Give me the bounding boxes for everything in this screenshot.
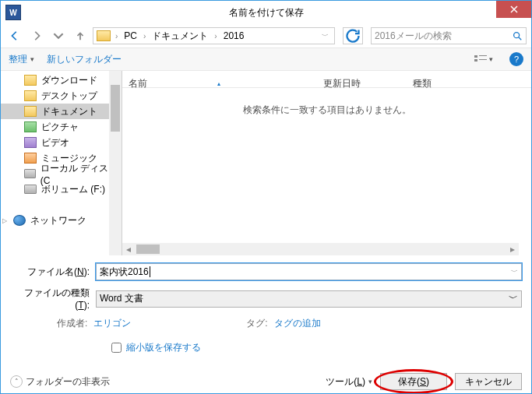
- search-placeholder: 2016メールの検索: [375, 30, 512, 43]
- thumbnail-checkbox-label[interactable]: 縮小版を保存する: [111, 341, 522, 354]
- help-button[interactable]: ?: [509, 52, 523, 66]
- tree-desktop[interactable]: デスクトップ: [1, 88, 122, 104]
- folder-icon: [97, 30, 111, 41]
- tree-documents[interactable]: ドキュメント: [1, 104, 122, 119]
- breadcrumb-dropdown[interactable]: ﹀: [319, 31, 331, 41]
- tree-scrollbar[interactable]: [109, 71, 122, 255]
- search-icon: [512, 30, 523, 41]
- tree-localdisk[interactable]: ローカル ディスク (C: [1, 166, 122, 181]
- svg-rect-4: [479, 59, 487, 60]
- sort-indicator-icon: ▴: [217, 80, 220, 87]
- nav-back-button[interactable]: [5, 26, 24, 45]
- chevron-right-icon: ›: [112, 32, 121, 40]
- svg-rect-3: [474, 59, 477, 62]
- empty-message: 検索条件に一致する項目はありません。: [122, 88, 531, 117]
- save-button[interactable]: 保存(S): [380, 373, 447, 390]
- cancel-button[interactable]: キャンセル: [455, 373, 522, 390]
- filetype-select[interactable]: Word 文書 ﹀: [96, 290, 522, 308]
- breadcrumb[interactable]: › PC › ドキュメント › 2016 ﹀: [93, 27, 335, 44]
- close-button[interactable]: [496, 1, 531, 18]
- filename-dropdown[interactable]: ﹀: [511, 267, 518, 277]
- filename-input[interactable]: 案内状2016 ﹀: [96, 263, 522, 280]
- author-label: 作成者:: [57, 317, 87, 330]
- tag-label: タグ:: [246, 317, 267, 330]
- dialog-title: 名前を付けて保存: [229, 6, 304, 19]
- crumb-pc[interactable]: PC: [122, 30, 139, 41]
- svg-rect-2: [479, 55, 487, 56]
- tag-value[interactable]: タグの追加: [274, 317, 321, 330]
- chevron-up-icon: ˄: [10, 375, 23, 388]
- tools-menu[interactable]: ツール(L) ▾: [326, 375, 372, 389]
- tree-network[interactable]: ネットワーク: [1, 213, 122, 228]
- chevron-right-icon: ›: [211, 32, 220, 40]
- hide-folders-button[interactable]: ˄ フォルダーの非表示: [10, 375, 110, 389]
- svg-rect-1: [474, 55, 477, 58]
- crumb-year[interactable]: 2016: [222, 30, 246, 41]
- chevron-right-icon: ›: [140, 32, 149, 40]
- tree-videos[interactable]: ビデオ: [1, 135, 122, 150]
- folder-tree[interactable]: ダウンロード デスクトップ ドキュメント ピクチャ ビデオ ミュージック ローカ…: [1, 71, 122, 255]
- thumbnail-checkbox[interactable]: [111, 343, 122, 353]
- nav-up-button[interactable]: [71, 26, 90, 45]
- view-mode-button[interactable]: ▾: [470, 51, 497, 67]
- search-input[interactable]: 2016メールの検索: [371, 27, 527, 44]
- tree-volume[interactable]: ボリューム (F:): [1, 181, 122, 197]
- organize-menu[interactable]: 整理▾: [9, 53, 34, 66]
- word-app-icon: W: [5, 5, 21, 20]
- file-list-header: 名前▴ 更新日時 種類: [122, 71, 531, 88]
- file-hscrollbar[interactable]: ◂▸: [122, 243, 519, 255]
- tree-pictures[interactable]: ピクチャ: [1, 119, 122, 135]
- tree-downloads[interactable]: ダウンロード: [1, 72, 122, 88]
- filename-label: ファイル名(N):: [10, 266, 96, 279]
- svg-point-0: [514, 33, 520, 38]
- filetype-label: ファイルの種類(T):: [10, 287, 96, 311]
- new-folder-button[interactable]: 新しいフォルダー: [47, 53, 122, 66]
- nav-forward-button[interactable]: [27, 26, 46, 45]
- nav-recent-dropdown[interactable]: [49, 26, 68, 45]
- refresh-button[interactable]: [343, 27, 363, 44]
- author-value[interactable]: エリゴン: [93, 317, 131, 330]
- crumb-documents[interactable]: ドキュメント: [150, 30, 210, 43]
